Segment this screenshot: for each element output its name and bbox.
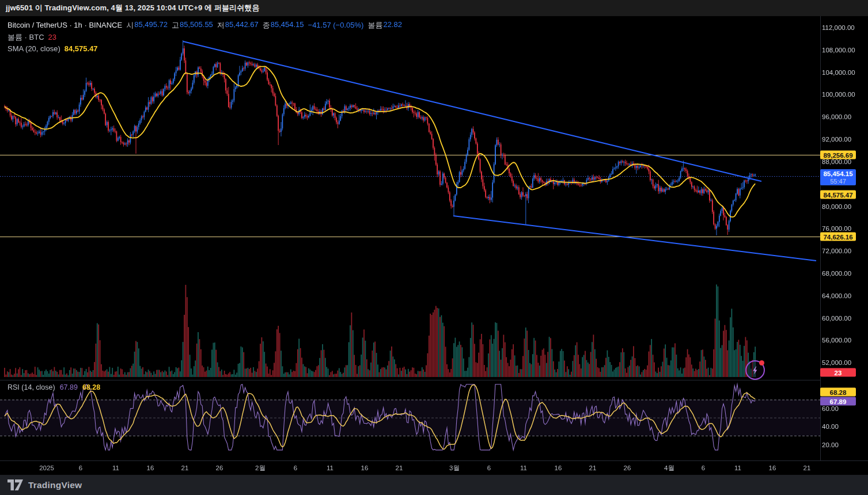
change-value: −41.57 (−0.05%)	[308, 21, 364, 29]
sma-indicator-title: SMA (20, close)	[7, 44, 60, 53]
price-label-badge: 68.28	[820, 388, 856, 397]
price-chart-canvas[interactable]	[0, 16, 868, 475]
rsi-value: 67.89	[60, 383, 78, 391]
volume-indicator-value: 23	[48, 33, 56, 41]
time-tick: 21	[803, 461, 811, 475]
time-tick: 11	[734, 461, 741, 475]
tradingview-logo-icon[interactable]	[7, 479, 23, 490]
price-tick: 68,000.00	[822, 270, 866, 277]
time-tick: 6	[487, 461, 491, 475]
price-tick: 108,000.00	[822, 47, 866, 54]
high-value: 고85,505.55	[172, 20, 213, 31]
time-tick: 16	[361, 461, 369, 475]
volume-indicator-title: 볼륨 · BTC	[7, 32, 44, 43]
legend-symbol-row: Bitcoin / TetherUS · 1h · BINANCE 시85,49…	[7, 20, 402, 31]
chart-legend: Bitcoin / TetherUS · 1h · BINANCE 시85,49…	[7, 20, 402, 55]
price-tick: 76,000.00	[822, 225, 866, 232]
price-tick: 80,000.00	[822, 203, 866, 210]
price-tick: 52,000.00	[822, 359, 866, 366]
time-tick: 6	[79, 461, 82, 475]
time-tick: 16	[147, 461, 154, 475]
time-tick: 11	[112, 461, 119, 475]
price-label-badge: 23	[820, 368, 856, 377]
time-tick: 3월	[449, 461, 460, 475]
chart-area: Bitcoin / TetherUS · 1h · BINANCE 시85,49…	[0, 16, 868, 475]
tradingview-brand-text[interactable]: TradingView	[28, 480, 82, 490]
time-tick: 6	[294, 461, 297, 475]
close-value: 종85,454.15	[263, 20, 304, 31]
footer-bar: TradingView	[0, 475, 868, 495]
price-tick: 56,000.00	[822, 337, 866, 344]
rsi-ma-value: 68.28	[82, 383, 100, 391]
price-tick: 60,000.00	[822, 315, 866, 322]
time-tick: 26	[216, 461, 223, 475]
time-tick: 21	[181, 461, 189, 475]
price-label-badge: 84,575.47	[820, 191, 856, 199]
time-tick: 21	[589, 461, 597, 475]
price-tick: 100,000.00	[822, 91, 866, 98]
time-tick: 4월	[664, 461, 674, 475]
lightning-icon	[751, 365, 760, 375]
price-label-badge: 67.89	[820, 397, 856, 406]
time-tick: 2025	[39, 461, 54, 475]
legend-volume-row[interactable]: 볼륨 · BTC 23	[7, 32, 402, 43]
price-tick: 20.00	[822, 441, 866, 448]
price-tick: 92,000.00	[822, 136, 866, 143]
time-tick: 16	[555, 461, 562, 475]
price-tick: 72,000.00	[822, 248, 866, 254]
time-tick: 11	[520, 461, 527, 475]
price-tick: 60.00	[822, 405, 866, 412]
rsi-indicator-title: RSI (14, close)	[7, 383, 55, 391]
legend-sma-row[interactable]: SMA (20, close) 84,575.47	[7, 44, 402, 53]
price-label-badge: 85,454.1555:47	[820, 169, 856, 185]
volume-value: 볼륨22.82	[367, 20, 402, 31]
time-tick: 26	[624, 461, 631, 475]
time-tick: 21	[396, 461, 403, 475]
boost-notification-dot	[759, 360, 764, 365]
publish-info-bar: jjw6501 이 TradingView.com, 4월 13, 2025 1…	[0, 0, 868, 16]
time-tick: 6	[702, 461, 705, 475]
boost-button[interactable]	[745, 360, 765, 380]
rsi-legend-row[interactable]: RSI (14, close) 67.89 68.28	[7, 383, 100, 391]
price-tick: 104,000.00	[822, 69, 866, 76]
price-label-badge: 74,626.16	[820, 233, 856, 241]
sma-indicator-value: 84,575.47	[65, 44, 98, 53]
time-tick: 2월	[255, 461, 266, 475]
price-label-badge: 89,256.69	[820, 151, 856, 159]
low-value: 저85,442.67	[217, 20, 259, 31]
time-tick: 16	[769, 461, 776, 475]
price-tick: 40.00	[822, 423, 866, 430]
symbol-title[interactable]: Bitcoin / TetherUS · 1h · BINANCE	[7, 21, 122, 29]
time-tick: 11	[327, 461, 333, 475]
price-tick: 88,000.00	[822, 158, 866, 165]
price-tick: 112,000.00	[822, 24, 866, 31]
open-value: 시85,495.72	[126, 20, 168, 31]
price-tick: 96,000.00	[822, 113, 866, 120]
publish-info-text: jjw6501 이 TradingView.com, 4월 13, 2025 1…	[6, 3, 259, 13]
price-tick: 64,000.00	[822, 292, 866, 299]
